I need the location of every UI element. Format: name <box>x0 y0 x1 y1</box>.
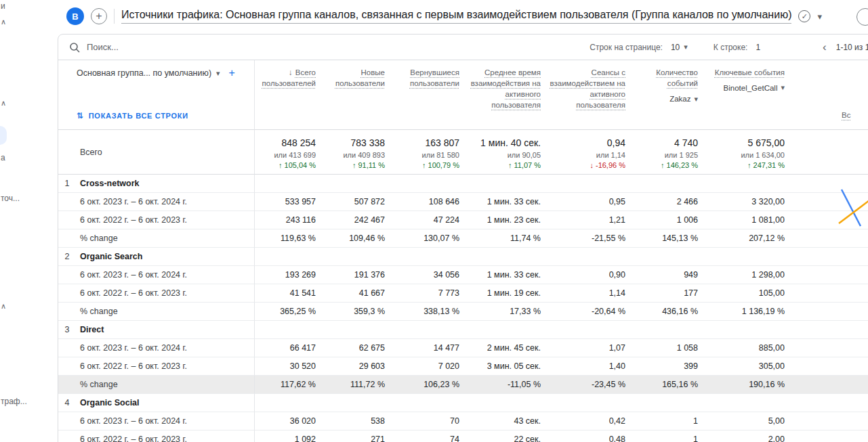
totals-value: 5 675,00 <box>705 137 785 148</box>
empty-cell <box>547 175 632 193</box>
percent-change-row[interactable]: % change119,63 %109,46 %130,07 %11,74 %-… <box>58 229 868 248</box>
column-header[interactable]: Новые пользователи <box>323 60 392 130</box>
metric-value: 359,3 % <box>323 303 392 321</box>
metric-value: 538 <box>323 412 392 430</box>
date-range-row[interactable]: 6 окт. 2023 г. – 6 окт. 2024 г.193 26919… <box>58 266 868 284</box>
date-range-row[interactable]: 6 окт. 2022 г. – 6 окт. 2023 г.1 0922717… <box>58 430 868 442</box>
date-range-row[interactable]: 6 окт. 2023 г. – 6 окт. 2024 г.36 020538… <box>58 412 868 430</box>
metric-value: 949 <box>632 266 705 284</box>
table-search[interactable]: Поиск... <box>69 42 119 53</box>
sort-descending-icon[interactable]: ↓ <box>289 67 293 78</box>
totals-metric-cell: 5 675,00или 1 634,00↑ 247,31 % <box>705 130 791 175</box>
totals-value: 163 807 <box>392 137 459 148</box>
row-number <box>58 376 76 394</box>
column-header[interactable]: Сеансы с взаимодействием на активного по… <box>547 60 632 130</box>
cut-off-button[interactable] <box>856 8 868 26</box>
row-number <box>58 266 76 284</box>
metric-value: 243 116 <box>255 211 323 229</box>
metric-value: 1,21 <box>547 211 632 229</box>
empty-cell <box>466 321 547 339</box>
show-all-rows-button[interactable]: ⇅ ПОКАЗАТЬ ВСЕ СТРОКИ <box>77 111 249 120</box>
date-range-row[interactable]: 6 окт. 2022 г. – 6 окт. 2023 г.41 54141 … <box>58 284 868 303</box>
add-dimension-button[interactable]: + <box>229 67 235 79</box>
totals-secondary-value: или 1 925 <box>632 151 698 159</box>
metric-value: 305,00 <box>705 357 791 376</box>
metric-value: 7 020 <box>392 357 466 376</box>
chevron-up-icon[interactable]: ∧ <box>1 99 6 108</box>
rows-per-page-select[interactable]: 10 <box>671 43 680 52</box>
search-placeholder: Поиск... <box>87 42 119 52</box>
sidebar-item-fragment[interactable]: а <box>1 153 5 162</box>
column-header[interactable]: Вернувшиеся пользователи <box>392 60 466 130</box>
channel-group-row[interactable]: 1Cross-network <box>58 175 868 193</box>
empty-cell <box>632 321 705 339</box>
metric-value: 0,48 <box>547 430 632 442</box>
check-circle-icon[interactable]: ✓ <box>798 10 810 22</box>
sidebar-item-fragment[interactable]: и <box>1 1 5 11</box>
column-header[interactable]: Среднее время взаимодействия на активног… <box>466 60 547 130</box>
channel-group-row[interactable]: 2Organic Search <box>58 248 868 266</box>
totals-metric-cell: 0,94или 1,14↓ -16,96 % <box>547 130 632 175</box>
empty-cell <box>705 394 791 412</box>
add-comparison-button[interactable]: + <box>91 8 107 24</box>
date-range-row[interactable]: 6 окт. 2023 г. – 6 окт. 2024 г.66 41762 … <box>58 339 868 357</box>
metric-value: 106,23 % <box>392 376 466 394</box>
chevron-left-icon[interactable]: ‹ <box>823 41 827 53</box>
chevron-down-icon[interactable]: ▾ <box>684 43 688 51</box>
metric-value: -23,45 % <box>547 376 632 394</box>
metric-value: 5,00 <box>705 412 791 430</box>
sidebar-item-fragment[interactable]: траф... <box>1 397 27 406</box>
empty-cell <box>791 357 868 376</box>
metric-value: 436,16 % <box>632 303 705 321</box>
channel-name: Cross-network <box>76 175 255 193</box>
metric-event-select[interactable]: Zakaz▾ <box>634 93 698 104</box>
column-header-label: Среднее время взаимодействия на активног… <box>471 68 541 109</box>
chevron-up-icon[interactable]: ∧ <box>1 18 6 26</box>
dimension-select[interactable]: Основная группа... по умолчанию) ▾ + <box>77 67 249 79</box>
report-title[interactable]: Источники трафика: Основная группа канал… <box>121 9 791 24</box>
property-avatar[interactable]: B <box>66 7 84 25</box>
row-number: 4 <box>58 394 76 412</box>
row-number <box>58 229 76 248</box>
metric-value: 271 <box>323 430 392 442</box>
metric-value: 2,00 <box>705 430 791 442</box>
chevron-up-icon[interactable]: ∧ <box>1 302 6 311</box>
empty-cell <box>791 229 868 248</box>
channel-group-row[interactable]: 4Organic Social <box>58 394 868 412</box>
totals-delta: ↑ 100,79 % <box>392 161 459 169</box>
blue-line <box>842 190 861 226</box>
sidebar-selected-pill[interactable] <box>0 126 7 145</box>
column-header[interactable]: Ключевые событияBinotel_GetCall▾ <box>705 60 791 130</box>
percent-change-row[interactable]: % change365,25 %359,3 %338,13 %17,33 %-2… <box>58 303 868 321</box>
chevron-down-icon[interactable]: ▾ <box>817 12 822 22</box>
date-range-row[interactable]: 6 окт. 2022 г. – 6 окт. 2023 г.243 11624… <box>58 211 868 229</box>
column-header[interactable]: Вс <box>791 60 868 130</box>
totals-metric-cell: 783 338или 409 893↑ 91,11 % <box>323 130 392 175</box>
empty-cell <box>323 175 392 193</box>
sidebar-item-fragment[interactable]: точ... <box>1 194 20 203</box>
date-range-row[interactable]: 6 окт. 2022 г. – 6 окт. 2023 г.30 52029 … <box>58 357 868 376</box>
metric-value: 41 541 <box>255 284 323 303</box>
percent-change-row[interactable]: % change117,62 %111,72 %106,23 %-11,05 %… <box>58 376 868 394</box>
metric-value: 47 224 <box>392 211 466 229</box>
column-header[interactable]: ↓Всего пользователей <box>255 60 323 130</box>
empty-cell <box>466 248 547 266</box>
empty-cell <box>255 321 323 339</box>
channel-group-row[interactable]: 3Direct <box>58 321 868 339</box>
metric-event-select[interactable]: Binotel_GetCall▾ <box>706 83 785 93</box>
metric-value: 1 058 <box>632 339 705 357</box>
metric-value: 365,25 % <box>255 303 323 321</box>
totals-empty-cell <box>791 130 868 175</box>
row-label: 6 окт. 2023 г. – 6 окт. 2024 г. <box>76 339 255 357</box>
row-label: 6 окт. 2022 г. – 6 окт. 2023 г. <box>76 430 255 442</box>
totals-secondary-value: или 90,05 <box>466 151 541 159</box>
goto-row-input[interactable]: 1 <box>756 43 760 52</box>
metric-value: 1 298,00 <box>705 266 791 284</box>
column-header[interactable]: Количество событийZakaz▾ <box>632 60 705 130</box>
date-range-row[interactable]: 6 окт. 2023 г. – 6 окт. 2024 г.533 95750… <box>58 193 868 211</box>
empty-cell <box>547 248 632 266</box>
row-number <box>58 193 76 211</box>
metric-event-value: Binotel_GetCall <box>724 83 778 93</box>
row-number <box>58 339 76 357</box>
metric-value: 338,13 % <box>392 303 466 321</box>
